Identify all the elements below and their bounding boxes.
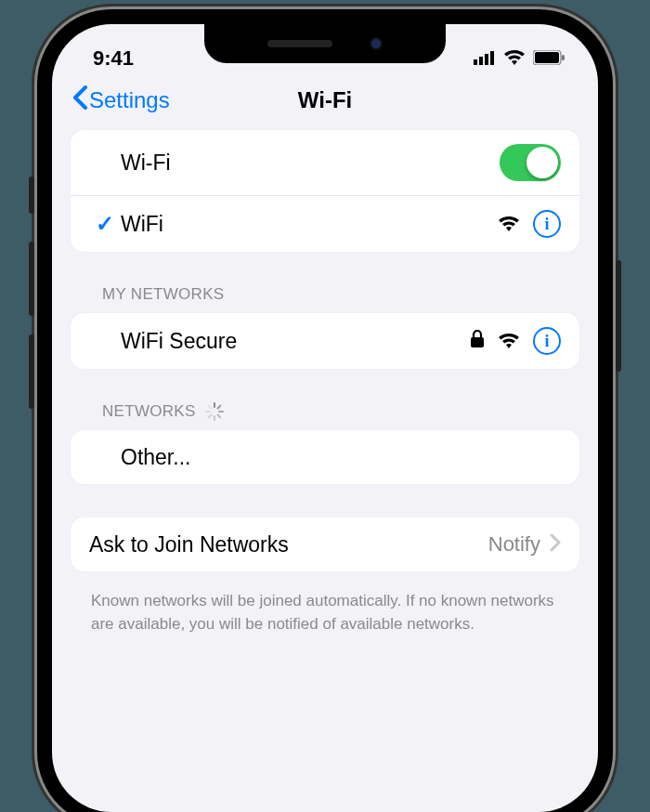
volume-up-button [29,242,34,316]
wifi-signal-icon [498,329,520,354]
other-label: Other... [121,445,190,470]
connected-network-row[interactable]: ✓ WiFi i [71,196,579,252]
wifi-toggle-group: Wi-Fi ✓ WiFi i [71,130,579,252]
network-row[interactable]: WiFi Secure i [71,313,579,369]
svg-line-9 [217,406,220,409]
page-title: Wi-Fi [298,87,352,113]
content: Wi-Fi ✓ WiFi i [52,130,598,635]
svg-rect-0 [474,59,477,65]
ask-join-value: Notify [488,532,540,557]
chevron-right-icon [550,533,561,557]
cellular-icon [474,46,496,71]
networks-label: Networks [102,402,196,421]
svg-rect-6 [562,55,565,60]
network-name: WiFi Secure [121,329,237,354]
my-networks-group: WiFi Secure i [71,313,579,369]
front-camera [370,37,383,50]
networks-header: Networks [71,402,579,430]
svg-rect-3 [490,51,494,65]
back-button[interactable]: Settings [72,85,170,115]
back-label: Settings [89,87,170,113]
svg-rect-1 [479,57,483,65]
screen: 9:41 Settings Wi-Fi [52,24,598,812]
switch-knob [526,147,558,178]
connected-network-name: WiFi [121,212,163,237]
battery-icon [533,46,565,71]
wifi-label: Wi-Fi [121,151,171,176]
info-icon[interactable]: i [533,210,561,238]
ask-join-row[interactable]: Ask to Join Networks Notify [71,517,579,571]
other-networks-group: Other... [71,430,579,484]
svg-line-11 [217,415,220,418]
wifi-toggle-row: Wi-Fi [71,130,579,196]
info-icon[interactable]: i [533,327,561,355]
status-time: 9:41 [93,46,134,71]
phone-frame: 9:41 Settings Wi-Fi [37,9,613,812]
svg-rect-5 [535,52,559,63]
my-networks-header: My Networks [71,285,579,313]
wifi-switch[interactable] [500,144,561,181]
ask-join-group: Ask to Join Networks Notify [71,517,579,571]
svg-rect-2 [485,54,488,65]
wifi-signal-icon [498,212,520,237]
my-networks-label: My Networks [102,285,224,304]
status-icons [474,46,565,71]
volume-down-button [29,334,34,409]
spinner-icon [205,402,224,421]
chevron-left-icon [72,85,87,115]
wifi-status-icon [503,46,526,71]
other-network-row[interactable]: Other... [71,430,579,484]
footer-text: Known networks will be joined automatica… [71,579,579,635]
lock-icon [470,329,485,354]
svg-line-13 [208,415,211,418]
ask-join-label: Ask to Join Networks [89,532,289,557]
speaker-grille [267,40,332,47]
power-button [616,260,621,372]
svg-line-15 [208,406,211,409]
svg-rect-7 [471,337,484,347]
navigation-bar: Settings Wi-Fi [52,76,598,130]
notch [204,24,446,63]
checkmark-icon: ✓ [89,211,121,237]
side-button [29,177,34,214]
